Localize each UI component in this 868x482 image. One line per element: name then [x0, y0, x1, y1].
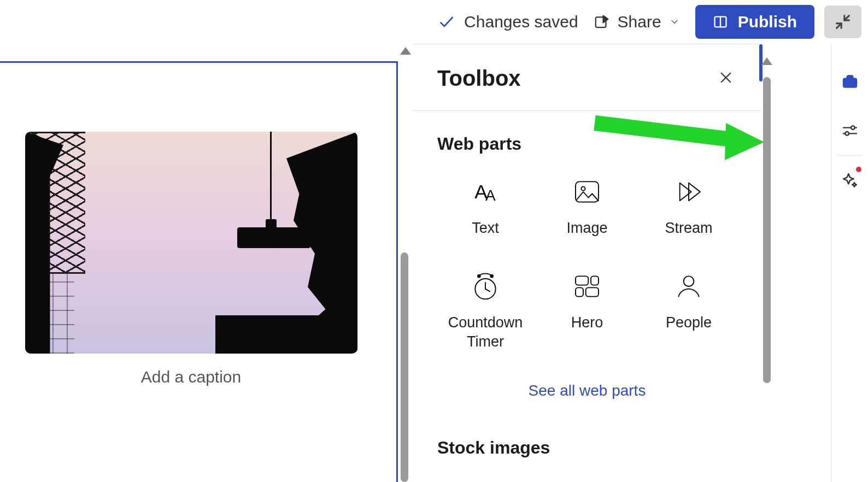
webpart-label: Hero [571, 313, 603, 332]
checkmark-icon [438, 13, 455, 31]
image-caption-input[interactable]: Add a caption [25, 368, 357, 386]
publish-button[interactable]: Publish [695, 5, 814, 39]
hero-icon [572, 272, 602, 301]
web-parts-heading: Web parts [437, 134, 737, 154]
minimize-icon [834, 13, 852, 31]
svg-rect-14 [576, 287, 583, 296]
sparkle-icon [841, 172, 859, 189]
save-status: Changes saved [438, 13, 578, 31]
share-label: Share [618, 13, 661, 31]
book-icon [713, 14, 728, 30]
webpart-label: People [666, 313, 712, 332]
see-all-web-parts-link[interactable]: See all web parts [437, 382, 737, 399]
canvas-scrollbar[interactable] [398, 45, 413, 482]
svg-point-22 [845, 132, 849, 136]
webpart-label: Image [566, 219, 607, 238]
svg-point-20 [851, 126, 855, 130]
image-preview [25, 132, 357, 354]
stock-images-heading: Stock images [437, 438, 737, 458]
countdown-timer-icon [470, 272, 501, 301]
rail-toolbox-button[interactable] [831, 57, 868, 106]
people-icon [673, 272, 704, 301]
rail-settings-button[interactable] [831, 106, 868, 155]
image-icon [572, 177, 602, 207]
svg-rect-13 [591, 276, 599, 285]
close-icon [718, 70, 734, 85]
stream-icon [673, 177, 704, 207]
webpart-label: Text [472, 219, 499, 238]
svg-rect-7 [576, 181, 599, 202]
webpart-label: Stream [665, 219, 712, 238]
chevron-down-icon [669, 16, 680, 27]
save-status-label: Changes saved [464, 13, 578, 31]
svg-point-11 [490, 275, 493, 278]
web-parts-grid: AA Text Image Stream [437, 174, 737, 355]
toolbox-scrollbar[interactable] [760, 55, 774, 482]
svg-point-8 [582, 187, 585, 191]
webpart-label: Countdown Timer [441, 313, 530, 351]
rail-copilot-button[interactable] [831, 156, 868, 205]
webpart-tile-image[interactable]: Image [539, 174, 635, 241]
image-webpart[interactable]: Add a caption [25, 132, 357, 386]
scroll-thumb[interactable] [763, 77, 771, 383]
svg-text:A: A [485, 187, 496, 204]
sliders-icon [841, 122, 859, 139]
svg-point-10 [478, 275, 480, 278]
toolbox-close-button[interactable] [715, 69, 737, 89]
command-bar: Changes saved Share Publish [0, 0, 868, 44]
publish-label: Publish [738, 13, 797, 31]
collapse-button[interactable] [824, 5, 861, 38]
toolbox-panel: Toolbox Web parts AA Text Image [413, 44, 761, 482]
svg-rect-17 [843, 79, 857, 87]
selected-section[interactable]: Add a caption [0, 61, 398, 482]
notification-dot-icon [856, 167, 861, 172]
share-button[interactable]: Share [588, 9, 685, 34]
toolbox-icon [841, 73, 859, 90]
right-rail [831, 44, 868, 482]
svg-rect-12 [576, 276, 588, 285]
text-icon: AA [470, 177, 501, 207]
svg-point-16 [684, 276, 694, 286]
share-icon [594, 14, 610, 30]
canvas-area: Add a caption [0, 45, 413, 482]
scroll-thumb[interactable] [401, 252, 408, 482]
webpart-tile-text[interactable]: AA Text [437, 174, 533, 241]
scroll-up-icon [400, 47, 411, 55]
webpart-tile-people[interactable]: People [641, 268, 737, 355]
webpart-tile-countdown-timer[interactable]: Countdown Timer [437, 268, 533, 355]
svg-rect-15 [586, 287, 599, 296]
toolbox-title: Toolbox [437, 66, 521, 91]
toolbox-body: Web parts AA Text Image Stre [413, 110, 761, 482]
webpart-tile-hero[interactable]: Hero [539, 268, 635, 355]
toolbox-header: Toolbox [413, 44, 761, 111]
scroll-up-icon [761, 57, 772, 65]
webpart-tile-stream[interactable]: Stream [641, 174, 737, 241]
